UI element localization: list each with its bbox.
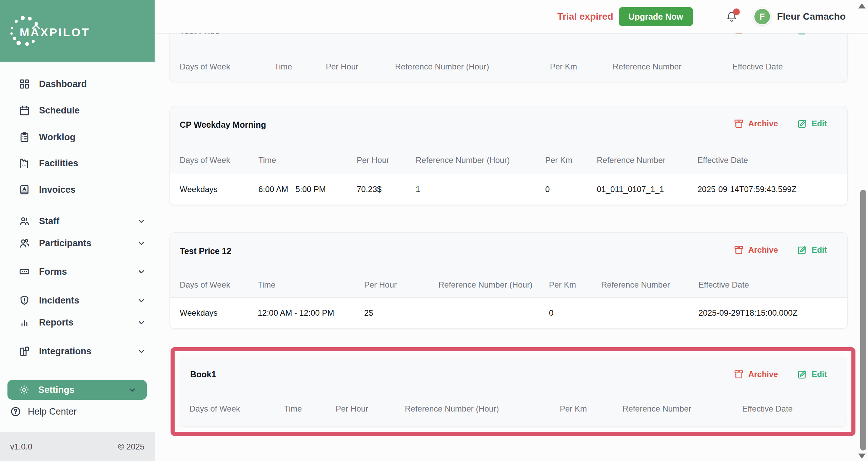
sidebar-item-worklog[interactable]: Worklog: [19, 129, 146, 145]
sidebar-item-label: Settings: [38, 385, 119, 395]
chevron-down-icon: [137, 217, 146, 226]
clipboard-icon: [19, 131, 30, 143]
sidebar-item-label: Staff: [39, 216, 128, 227]
column-header: Time: [284, 404, 336, 414]
edit-icon: [797, 119, 807, 129]
archive-icon: [734, 34, 744, 35]
edit-label: Edit: [812, 245, 827, 255]
edit-label: Edit: [812, 370, 827, 379]
column-header: Effective Date: [697, 155, 837, 165]
user-menu[interactable]: F Fleur Camacho: [753, 8, 846, 25]
sidebar-item-facilities[interactable]: Facilities: [19, 155, 146, 171]
invoice-icon: [19, 184, 30, 195]
upgrade-now-button[interactable]: Upgrade Now: [619, 7, 693, 26]
user-icon: [19, 215, 30, 227]
header-divider: [712, 0, 712, 33]
column-header: Reference Number: [623, 404, 742, 414]
table-row: Weekdays 12:00 AM - 12:00 PM 2$ 0 2025-0…: [170, 297, 847, 328]
sidebar-item-label: Participants: [39, 238, 128, 249]
notifications-button[interactable]: [726, 10, 738, 23]
chevron-down-icon: [128, 385, 137, 394]
sidebar-item-reports[interactable]: Reports: [19, 314, 146, 331]
highlight-rectangle: Book1 Archive Edit Days of Week Time Per…: [171, 347, 855, 436]
factory-icon: [19, 158, 30, 169]
sidebar-item-label: Invoices: [39, 185, 146, 195]
scrollbar-thumb[interactable]: [860, 190, 866, 450]
chevron-down-icon: [137, 239, 146, 248]
chevron-down-icon: [137, 267, 146, 276]
logo-text: MAXPILOT: [20, 26, 90, 39]
sidebar-item-label: Worklog: [39, 132, 146, 143]
sidebar-item-settings[interactable]: Settings: [7, 380, 147, 400]
archive-icon: [734, 245, 744, 255]
edit-icon: [797, 34, 807, 35]
column-header: Per Km: [545, 155, 597, 165]
archive-button[interactable]: Archive: [734, 119, 778, 129]
card-actions: Archive Edit: [734, 369, 827, 379]
column-header: Reference Number: [613, 62, 732, 71]
edit-button[interactable]: Edit: [797, 34, 827, 35]
column-header: Per Hour: [357, 155, 416, 165]
column-header: Time: [258, 280, 364, 290]
archive-icon: [734, 369, 744, 379]
column-header: Effective Date: [732, 62, 837, 71]
sidebar-item-schedule[interactable]: Schedule: [19, 102, 146, 119]
chevron-down-icon: [137, 318, 146, 327]
column-header: Time: [258, 155, 357, 165]
column-header: Effective Date: [698, 280, 837, 290]
sidebar-item-label: Facilities: [39, 158, 146, 169]
blocks-icon: [19, 345, 30, 357]
chevron-down-icon: [137, 347, 146, 356]
cell-per-hour: 2$: [364, 308, 438, 318]
sidebar-item-dashboard[interactable]: Dashboard: [19, 76, 146, 92]
archive-button[interactable]: Archive: [734, 369, 778, 379]
cell-per-hour: 70.23$: [357, 185, 416, 194]
column-header: Effective Date: [742, 404, 836, 414]
edit-button[interactable]: Edit: [797, 369, 827, 379]
column-header: Per Hour: [336, 404, 405, 414]
scrollbar-down-arrow[interactable]: [858, 454, 866, 459]
card-title: Test Price: [180, 34, 220, 36]
cell-effective-date: 2025-09-14T07:59:43.599Z: [697, 185, 837, 194]
edit-label: Edit: [812, 119, 827, 128]
sidebar-item-integrations[interactable]: Integrations: [19, 343, 146, 359]
table-header-row: Days of Week Time Per Hour Reference Num…: [170, 280, 847, 290]
archive-button[interactable]: Archive: [734, 34, 778, 35]
scrollbar-up-arrow[interactable]: [858, 3, 866, 8]
users-icon: [19, 237, 30, 249]
column-header: Per Km: [550, 62, 613, 71]
cell-time: 6:00 AM - 5:00 PM: [258, 185, 357, 194]
calendar-icon: [19, 105, 30, 116]
sidebar-item-invoices[interactable]: Invoices: [19, 182, 146, 198]
sidebar-item-label: Help Center: [28, 406, 146, 417]
card-title: CP Weekday Morning: [180, 120, 266, 130]
archive-label: Archive: [748, 245, 778, 255]
sidebar-item-forms[interactable]: Forms: [19, 264, 146, 280]
card-title: Test Price 12: [180, 246, 231, 256]
sidebar-item-help-center[interactable]: Help Center: [10, 403, 146, 420]
sidebar-item-staff[interactable]: Staff: [19, 213, 146, 229]
edit-button[interactable]: Edit: [797, 245, 827, 255]
column-header: Reference Number: [601, 280, 698, 290]
sidebar: MAXPILOT Dashboard Schedule Worklog Faci…: [0, 0, 155, 461]
cell-effective-date: 2025-09-29T18:15:00.000Z: [698, 308, 837, 318]
dashboard-icon: [19, 78, 30, 90]
price-card-test-price-12: Test Price 12 Archive Edit Days of Week …: [170, 232, 848, 329]
column-header: Per Hour: [326, 62, 395, 71]
archive-label: Archive: [748, 34, 778, 35]
column-header: Per Km: [549, 280, 601, 290]
sidebar-item-incidents[interactable]: Incidents: [19, 292, 146, 309]
top-header: Trial expired Upgrade Now F Fleur Camach…: [155, 0, 868, 34]
avatar: F: [753, 8, 771, 25]
user-name: Fleur Camacho: [777, 11, 846, 22]
cell-reference-number: 01_011_0107_1_1: [597, 185, 697, 194]
table-header-row: Days of Week Time Per Hour Reference Num…: [170, 155, 847, 165]
table-header-row: Days of Week Time Per Hour Reference Num…: [170, 62, 847, 71]
sidebar-item-participants[interactable]: Participants: [19, 235, 146, 251]
edit-button[interactable]: Edit: [797, 119, 827, 129]
chevron-down-icon: [137, 296, 146, 305]
shield-alert-icon: [19, 295, 30, 306]
archive-label: Archive: [748, 119, 778, 128]
cell-days-of-week: Weekdays: [180, 308, 258, 318]
archive-button[interactable]: Archive: [734, 245, 778, 255]
